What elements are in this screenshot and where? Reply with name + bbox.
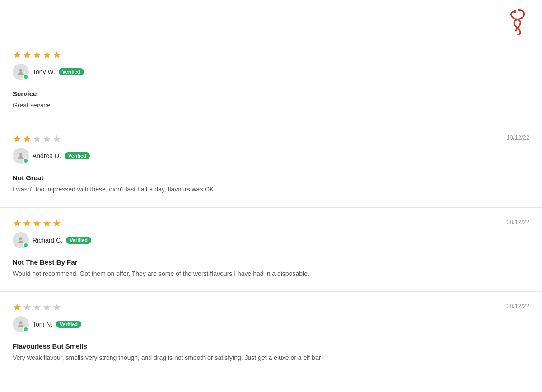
review-body: I wasn't too impressed with these, didn'… — [13, 184, 529, 194]
star-full-icon: ★ — [42, 50, 51, 60]
reviewer-row: Richard C.Verified — [13, 232, 91, 248]
verified-badge: Verified — [65, 152, 90, 159]
star-full-icon: ★ — [33, 50, 42, 60]
header-bar — [0, 0, 542, 39]
verified-dot-icon — [23, 327, 28, 332]
star-full-icon: ★ — [52, 50, 61, 60]
star-full-icon: ★ — [33, 219, 42, 229]
avatar — [13, 232, 29, 248]
review-title: Not Great — [13, 174, 529, 182]
star-empty-icon: ★ — [23, 303, 32, 313]
star-full-icon: ★ — [23, 50, 32, 60]
verified-dot-icon — [23, 243, 28, 248]
star-empty-icon: ★ — [33, 134, 42, 144]
star-empty-icon: ★ — [33, 303, 42, 313]
reviewer-row: Tom N.Verified — [13, 316, 81, 332]
svg-point-4 — [19, 237, 23, 240]
svg-point-5 — [19, 322, 23, 325]
reviewer-row: Tony W.Verified — [13, 64, 84, 80]
review-stars: ★★★★★ — [13, 219, 91, 229]
avatar — [13, 64, 29, 80]
verified-badge: Verified — [56, 321, 81, 328]
review-item: ★★★★★Tom N.Verified08/12/22Flavourless B… — [0, 292, 542, 376]
reviewer-name: Tony W. — [33, 68, 55, 75]
review-date: 08/12/22 — [506, 219, 529, 225]
review-top-row: ★★★★★Andrea D.Verified10/12/22 — [13, 134, 529, 170]
svg-point-3 — [19, 153, 23, 156]
review-item: ★★★★★Tony W.VerifiedServiceGreat service… — [0, 39, 542, 123]
review-left-section: ★★★★★Tom N.Verified — [13, 303, 81, 339]
page-container: ★★★★★Tony W.VerifiedServiceGreat service… — [0, 0, 542, 376]
star-full-icon: ★ — [23, 219, 32, 229]
verified-dot-icon — [23, 158, 28, 163]
star-full-icon: ★ — [42, 219, 51, 229]
review-item: ★★★★★Andrea D.Verified10/12/22Not GreatI… — [0, 123, 542, 207]
star-full-icon: ★ — [13, 303, 22, 313]
review-top-row: ★★★★★Tony W.Verified — [13, 50, 529, 86]
review-date: 10/12/22 — [506, 134, 529, 141]
review-list: ★★★★★Tony W.VerifiedServiceGreat service… — [0, 39, 542, 376]
review-title: Not The Best By Far — [13, 258, 529, 266]
svg-point-0 — [518, 9, 521, 12]
review-body: Great service! — [13, 100, 529, 110]
verified-dot-icon — [23, 74, 28, 79]
star-full-icon: ★ — [13, 50, 22, 60]
review-left-section: ★★★★★Tony W.Verified — [13, 50, 84, 86]
verified-badge: Verified — [59, 68, 84, 75]
reviewer-name: Tom N. — [33, 321, 52, 328]
review-title: Service — [13, 90, 529, 98]
avatar — [13, 316, 29, 332]
review-left-section: ★★★★★Richard C.Verified — [13, 219, 91, 255]
star-empty-icon: ★ — [42, 303, 51, 313]
reviewer-row: Andrea D.Verified — [13, 148, 90, 164]
review-stars: ★★★★★ — [13, 134, 90, 144]
star-full-icon: ★ — [13, 134, 22, 144]
review-body: Very weak flavour, smells very strong th… — [13, 353, 529, 363]
avatar — [13, 148, 29, 164]
star-full-icon: ★ — [13, 219, 22, 229]
reviewer-name: Andrea D. — [33, 152, 61, 159]
review-item: ★★★★★Richard C.Verified08/12/22Not The B… — [0, 208, 542, 292]
star-full-icon: ★ — [23, 134, 32, 144]
svg-point-1 — [514, 10, 517, 13]
review-stars: ★★★★★ — [13, 303, 81, 313]
review-date: 08/12/22 — [506, 303, 529, 309]
svg-point-2 — [19, 69, 23, 72]
star-empty-icon: ★ — [52, 134, 61, 144]
logo-area — [506, 7, 531, 35]
review-left-section: ★★★★★Andrea D.Verified — [13, 134, 90, 170]
reviewer-name: Richard C. — [33, 237, 62, 244]
review-body: Would not recommend. Got them on offer. … — [13, 269, 529, 279]
star-empty-icon: ★ — [52, 303, 61, 313]
logo-snake-icon — [506, 8, 528, 35]
review-top-row: ★★★★★Tom N.Verified08/12/22 — [13, 303, 529, 339]
review-stars: ★★★★★ — [13, 50, 84, 60]
review-title: Flavourless But Smells — [13, 342, 529, 350]
review-top-row: ★★★★★Richard C.Verified08/12/22 — [13, 219, 529, 255]
star-empty-icon: ★ — [42, 134, 51, 144]
star-full-icon: ★ — [52, 219, 61, 229]
logo-graphic — [506, 8, 531, 35]
verified-badge: Verified — [66, 237, 91, 244]
